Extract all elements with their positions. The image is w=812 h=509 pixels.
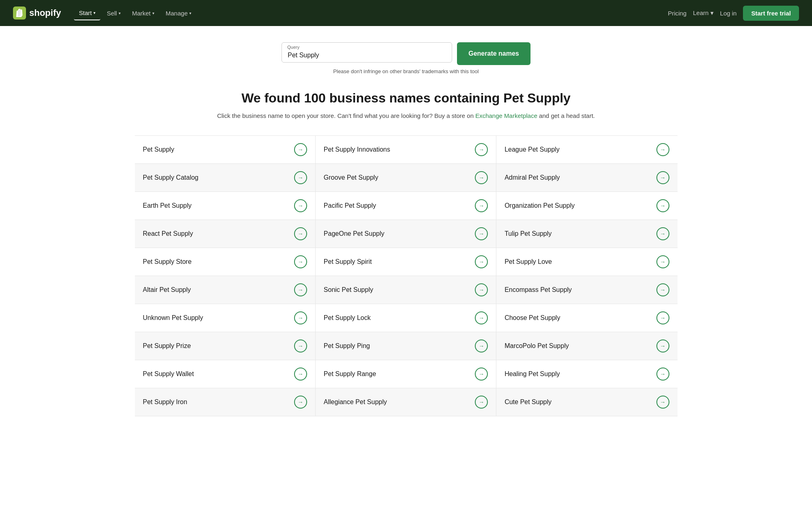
arrow-right-icon: →	[294, 255, 307, 268]
list-item[interactable]: Pet Supply Wallet →	[135, 360, 316, 388]
search-disclaimer: Please don't infringe on other brands' t…	[135, 68, 678, 74]
nav-learn[interactable]: Learn ▾	[693, 9, 714, 17]
list-item[interactable]: PageOne Pet Supply →	[316, 220, 496, 248]
list-item[interactable]: Pet Supply Iron →	[135, 388, 316, 416]
business-name-text: Pacific Pet Supply	[324, 202, 376, 209]
list-item[interactable]: Pet Supply Innovations →	[316, 136, 496, 164]
list-item[interactable]: Choose Pet Supply →	[496, 304, 677, 332]
list-item[interactable]: Tulip Pet Supply →	[496, 220, 677, 248]
business-name-text: Earth Pet Supply	[143, 202, 192, 209]
chevron-down-icon: ▾	[93, 11, 95, 15]
arrow-right-icon: →	[475, 283, 488, 296]
nav-market[interactable]: Market ▾	[127, 7, 159, 20]
business-name-text: Pet Supply Spirit	[324, 258, 372, 265]
arrow-right-icon: →	[294, 368, 307, 381]
business-name-text: Tulip Pet Supply	[505, 230, 552, 237]
business-name-text: Pet Supply Wallet	[143, 370, 194, 378]
list-item[interactable]: Pet Supply Catalog →	[135, 164, 316, 192]
arrow-right-icon: →	[656, 311, 669, 324]
list-item[interactable]: Groove Pet Supply →	[316, 164, 496, 192]
arrow-right-icon: →	[294, 227, 307, 240]
nav-sell[interactable]: Sell ▾	[102, 7, 126, 20]
arrow-right-icon: →	[656, 199, 669, 212]
business-name-text: Pet Supply	[143, 146, 174, 153]
list-item[interactable]: Pet Supply Lock →	[316, 304, 496, 332]
generate-names-button[interactable]: Generate names	[457, 42, 531, 65]
arrow-right-icon: →	[656, 368, 669, 381]
list-item[interactable]: Healing Pet Supply →	[496, 360, 677, 388]
list-item[interactable]: Organization Pet Supply →	[496, 192, 677, 220]
arrow-right-icon: →	[294, 143, 307, 156]
business-name-text: League Pet Supply	[505, 146, 559, 153]
list-item[interactable]: Pet Supply Prize →	[135, 332, 316, 360]
list-item[interactable]: React Pet Supply →	[135, 220, 316, 248]
arrow-right-icon: →	[475, 171, 488, 184]
business-name-text: Pet Supply Innovations	[324, 146, 390, 153]
business-name-text: Groove Pet Supply	[324, 174, 378, 181]
business-name-text: Cute Pet Supply	[505, 398, 552, 406]
list-item[interactable]: MarcoPolo Pet Supply →	[496, 332, 677, 360]
list-item[interactable]: Pet Supply Range →	[316, 360, 496, 388]
list-item[interactable]: Pet Supply Love →	[496, 248, 677, 276]
business-name-text: Sonic Pet Supply	[324, 286, 373, 294]
list-item[interactable]: Altair Pet Supply →	[135, 276, 316, 304]
business-name-text: Pet Supply Catalog	[143, 174, 199, 181]
list-item[interactable]: Unknown Pet Supply →	[135, 304, 316, 332]
arrow-right-icon: →	[656, 255, 669, 268]
nav-right: Pricing Learn ▾ Log in Start free trial	[668, 6, 799, 21]
chevron-down-icon: ▾	[119, 11, 121, 15]
arrow-right-icon: →	[475, 339, 488, 352]
chevron-down-icon: ▾	[152, 11, 154, 15]
logo[interactable]: shopify	[13, 7, 61, 20]
business-name-text: MarcoPolo Pet Supply	[505, 342, 569, 350]
list-item[interactable]: Allegiance Pet Supply →	[316, 388, 496, 416]
search-wrapper: Query	[281, 42, 452, 63]
chevron-down-icon: ▾	[189, 11, 191, 15]
list-item[interactable]: Pacific Pet Supply →	[316, 192, 496, 220]
arrow-right-icon: →	[475, 368, 488, 381]
results-subtitle: Click the business name to open your sto…	[135, 112, 678, 119]
nav-pricing[interactable]: Pricing	[668, 10, 686, 17]
navbar: shopify Start ▾ Sell ▾ Market ▾ Manage ▾…	[0, 0, 812, 26]
list-item[interactable]: Pet Supply Ping →	[316, 332, 496, 360]
arrow-right-icon: →	[656, 396, 669, 409]
list-item[interactable]: Cute Pet Supply →	[496, 388, 677, 416]
business-name-text: Pet Supply Iron	[143, 398, 187, 406]
business-name-text: Pet Supply Range	[324, 370, 376, 378]
start-free-trial-button[interactable]: Start free trial	[743, 6, 799, 21]
arrow-right-icon: →	[294, 283, 307, 296]
list-item[interactable]: Earth Pet Supply →	[135, 192, 316, 220]
arrow-right-icon: →	[294, 311, 307, 324]
list-item[interactable]: Pet Supply Spirit →	[316, 248, 496, 276]
list-item[interactable]: Pet Supply Store →	[135, 248, 316, 276]
search-input[interactable]	[281, 42, 452, 63]
nav-manage[interactable]: Manage ▾	[161, 7, 196, 20]
business-name-text: Organization Pet Supply	[505, 202, 575, 209]
search-section: Query Generate names	[135, 42, 678, 65]
nav-login[interactable]: Log in	[720, 10, 737, 17]
results-title: We found 100 business names containing P…	[135, 91, 678, 106]
search-label: Query	[287, 45, 299, 50]
exchange-marketplace-link[interactable]: Exchange Marketplace	[475, 112, 537, 119]
arrow-right-icon: →	[294, 339, 307, 352]
arrow-right-icon: →	[475, 143, 488, 156]
nav-start[interactable]: Start ▾	[74, 6, 100, 20]
list-item[interactable]: Encompass Pet Supply →	[496, 276, 677, 304]
arrow-right-icon: →	[475, 311, 488, 324]
list-item[interactable]: League Pet Supply →	[496, 136, 677, 164]
list-item[interactable]: Admiral Pet Supply →	[496, 164, 677, 192]
arrow-right-icon: →	[656, 227, 669, 240]
arrow-right-icon: →	[294, 171, 307, 184]
nav-links: Start ▾ Sell ▾ Market ▾ Manage ▾	[74, 6, 668, 20]
arrow-right-icon: →	[656, 283, 669, 296]
list-item[interactable]: Pet Supply →	[135, 136, 316, 164]
arrow-right-icon: →	[656, 143, 669, 156]
business-name-text: Choose Pet Supply	[505, 314, 560, 322]
business-name-text: Altair Pet Supply	[143, 286, 191, 294]
business-name-text: Pet Supply Store	[143, 258, 192, 265]
business-name-text: Admiral Pet Supply	[505, 174, 560, 181]
chevron-down-icon: ▾	[710, 9, 714, 16]
arrow-right-icon: →	[656, 339, 669, 352]
arrow-right-icon: →	[475, 199, 488, 212]
list-item[interactable]: Sonic Pet Supply →	[316, 276, 496, 304]
